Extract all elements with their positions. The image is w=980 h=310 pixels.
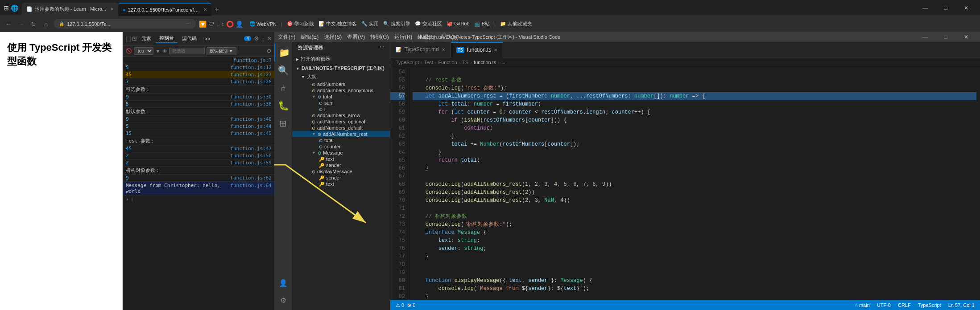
console-link-11[interactable]: function.js:58 — [230, 153, 272, 159]
code-editor[interactable]: 5455565758596061626364656667686970717273… — [390, 67, 980, 300]
status-position[interactable]: Ln 57, Col 1 — [948, 302, 975, 308]
md-tab-close[interactable]: ✕ — [442, 47, 445, 52]
console-link-14[interactable]: function.js:64 — [230, 183, 272, 194]
outline-item-counter[interactable]: ⊙ counter — [292, 143, 390, 150]
vscode-close[interactable]: ✕ — [956, 32, 976, 42]
bookmark-blog[interactable]: 📝 中文.独立博客 — [318, 20, 357, 27]
bookmark-community[interactable]: 💬 交流社区 — [415, 20, 442, 27]
ext-icon-4[interactable]: ↕ — [221, 20, 224, 28]
breadcrumb-file[interactable]: function.ts — [474, 60, 496, 65]
bookmark-search[interactable]: 🔍 搜索引擎 — [383, 20, 410, 27]
ext-icon-5[interactable]: ⭕ — [226, 20, 234, 28]
menu-file[interactable]: 文件(F) — [278, 33, 295, 41]
ts-tab-close[interactable]: ✕ — [494, 48, 497, 53]
close-button[interactable]: ✕ — [956, 0, 976, 16]
outline-item-sender2[interactable]: 🔑 sender — [292, 175, 390, 181]
filter-input[interactable] — [169, 48, 205, 54]
menu-edit[interactable]: 编辑(E) — [301, 33, 318, 41]
outline-item-sum[interactable]: ⊙ sum — [292, 100, 390, 106]
open-editors-header[interactable]: ▶ 打开的编辑器 — [292, 55, 390, 63]
nav-home[interactable]: ⌂ — [41, 20, 51, 28]
bookmark-more[interactable]: 📁 其他收藏夹 — [500, 20, 532, 27]
status-errors[interactable]: ⚠ 0⊗ 0 — [396, 302, 415, 308]
address-bar[interactable]: 🔒 top 127.0.0.1:5500/Te... ⋯ — [54, 19, 196, 29]
outline-item-addNumbers[interactable]: ⊙ addNumbers — [292, 81, 390, 87]
activity-avatar[interactable]: 👤 — [274, 275, 292, 291]
console-link-5[interactable]: function.js:30 — [230, 94, 272, 100]
breadcrumb-function[interactable]: Function — [438, 60, 457, 65]
outline-item-optional[interactable]: ⊙ addNumbers_optional — [292, 118, 390, 125]
filter-level-dropdown[interactable]: 默认级别 ▼ — [207, 47, 236, 55]
minimize-button[interactable]: — — [915, 0, 935, 16]
browser-tab-2[interactable]: ● 127.0.0.1:5500/Test/Function/fu... ✕ — [118, 3, 211, 16]
outline-item-sender[interactable]: 🔑 sender — [292, 162, 390, 168]
outline-item-addNumbers-anonymous[interactable]: ⊙ addNumbers_anonymous — [292, 87, 390, 94]
devtools-element-icon[interactable]: ⬚ — [126, 35, 131, 42]
status-language[interactable]: TypeScript — [918, 302, 941, 308]
vscode-minimize[interactable]: — — [915, 32, 935, 42]
nav-refresh[interactable]: ↻ — [29, 20, 38, 28]
workspace-header[interactable]: ▼ DAILYNOTES-TYPESCRIPT (工作区) — [292, 64, 390, 73]
console-link-7[interactable]: function.js:40 — [230, 116, 272, 122]
console-link-2[interactable]: function.js:12 — [230, 65, 272, 70]
status-eol[interactable]: CRLF — [898, 302, 911, 308]
console-link-4[interactable]: function.js:28 — [230, 79, 272, 85]
bookmark-github[interactable]: 🐙 GitHub — [447, 21, 469, 27]
tab1-close[interactable]: ✕ — [110, 7, 114, 12]
maximize-button[interactable]: □ — [935, 0, 956, 16]
editor-tab-md[interactable]: 📝 TypeScript.md ✕ — [390, 42, 451, 57]
console-link-6[interactable]: function.js:38 — [230, 101, 272, 107]
outline-item-rest[interactable]: ▼ ⊙ addAllNumbers_rest — [292, 131, 390, 137]
explorer-more-icon[interactable]: ⋯ — [380, 45, 385, 51]
devtools-gear-icon[interactable]: ⚙ — [254, 35, 259, 42]
activity-extensions[interactable]: ⊞ — [274, 114, 292, 132]
status-encoding[interactable]: UTF-8 — [877, 302, 891, 308]
outline-item-total2[interactable]: ⊙ total — [292, 137, 390, 143]
outline-item-default[interactable]: ⊙ addNumbers_default — [292, 125, 390, 131]
outline-section-header[interactable]: ▼ 大纲 — [292, 73, 390, 81]
vscode-maximize[interactable]: □ — [935, 32, 956, 42]
console-link-12[interactable]: function.js:59 — [230, 160, 272, 166]
devtools-settings-icon[interactable]: ⚙ — [266, 48, 272, 54]
ext-icon-2[interactable]: 🛡 — [208, 20, 215, 28]
add-tab-button[interactable]: + — [211, 3, 223, 16]
console-link-13[interactable]: function.js:62 — [230, 175, 272, 181]
devtools-tab-elements[interactable]: 元素 — [138, 34, 155, 43]
devtools-tab-console[interactable]: 控制台 — [156, 34, 178, 43]
activity-settings[interactable]: ⚙ — [274, 293, 292, 308]
outline-item-i[interactable]: ⊙ i — [292, 106, 390, 112]
ext-icon-6[interactable]: 👤 — [236, 20, 243, 28]
devtools-close-icon[interactable]: ✕ — [267, 35, 272, 42]
activity-debug[interactable]: 🐛 — [274, 97, 292, 114]
activity-explorer[interactable]: 📁 — [274, 44, 292, 61]
bookmark-tools[interactable]: 🔧 实用 — [361, 20, 379, 27]
outline-item-displayMessage[interactable]: ⊙ displayMessage — [292, 168, 390, 175]
breadcrumb-more[interactable]: ... — [501, 60, 505, 65]
console-link-8[interactable]: function.js:44 — [230, 123, 272, 129]
menu-run[interactable]: 运行(R) — [394, 33, 413, 41]
filter-level-select[interactable]: top — [134, 47, 153, 55]
menu-view[interactable]: 查看(V) — [347, 33, 365, 41]
breadcrumb-ts[interactable]: TS — [462, 60, 468, 65]
activity-git[interactable]: ⑃ — [274, 79, 292, 97]
outline-item-text2[interactable]: 🔑 text — [292, 181, 390, 187]
bookmark-study[interactable]: 🎯 学习路线 — [287, 20, 314, 27]
editor-tab-ts[interactable]: TS function.ts ✕ — [451, 42, 504, 57]
outline-item-text[interactable]: 🔑 text — [292, 156, 390, 162]
breadcrumb-typescript[interactable]: TypeScript — [396, 60, 419, 65]
nav-back[interactable]: ← — [4, 20, 13, 28]
bookmark-vpn[interactable]: 🌐 WebVPN — [249, 21, 277, 27]
ext-icon-3[interactable]: ↓ — [216, 20, 219, 28]
devtools-more-icon[interactable]: ⋮ — [260, 35, 266, 42]
devtools-tab-source[interactable]: 源代码 — [178, 34, 200, 43]
breadcrumb-test[interactable]: Test — [424, 60, 433, 65]
console-link-9[interactable]: function.js:45 — [230, 131, 272, 136]
activity-search[interactable]: 🔍 — [274, 61, 292, 79]
browser-tab-1[interactable]: 📄 运用参数的乐趣 - Learn | Micro... ✕ — [22, 3, 118, 16]
menu-select[interactable]: 选择(S) — [324, 33, 342, 41]
menu-goto[interactable]: 转到(G) — [370, 33, 389, 41]
console-link-10[interactable]: function.js:47 — [230, 146, 272, 151]
nav-forward[interactable]: → — [16, 20, 26, 28]
outline-item-arrow[interactable]: ⊙ addNumbers_arrow — [292, 112, 390, 118]
outline-item-Message[interactable]: ▼ ⊙ Message — [292, 150, 390, 156]
